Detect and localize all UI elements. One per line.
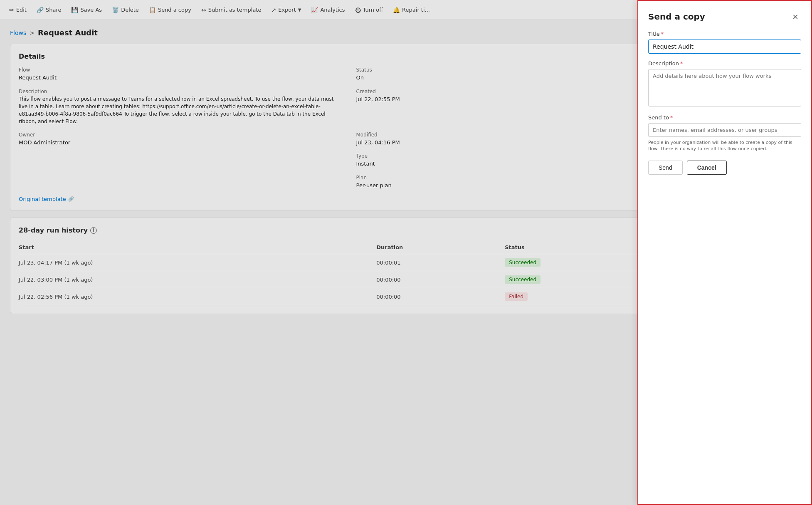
cancel-button[interactable]: Cancel bbox=[687, 161, 727, 175]
description-field-label: Description * bbox=[648, 60, 801, 67]
send-copy-modal: Send a copy ✕ Title * Description * Send… bbox=[637, 0, 812, 505]
send-to-required-star: * bbox=[670, 115, 673, 121]
send-to-input[interactable] bbox=[648, 123, 801, 137]
description-textarea[interactable] bbox=[648, 69, 801, 106]
title-field-label: Title * bbox=[648, 31, 801, 37]
modal-overlay: Send a copy ✕ Title * Description * Send… bbox=[0, 0, 812, 505]
title-required-star: * bbox=[661, 31, 664, 37]
modal-close-button[interactable]: ✕ bbox=[790, 11, 801, 22]
title-input[interactable] bbox=[648, 40, 801, 54]
modal-title: Send a copy bbox=[648, 12, 705, 22]
send-button[interactable]: Send bbox=[648, 161, 683, 175]
modal-header: Send a copy ✕ bbox=[648, 11, 801, 22]
helper-text: People in your organization will be able… bbox=[648, 139, 801, 152]
send-to-field-label: Send to * bbox=[648, 114, 801, 121]
description-required-star: * bbox=[680, 61, 683, 67]
modal-actions: Send Cancel bbox=[648, 161, 801, 175]
